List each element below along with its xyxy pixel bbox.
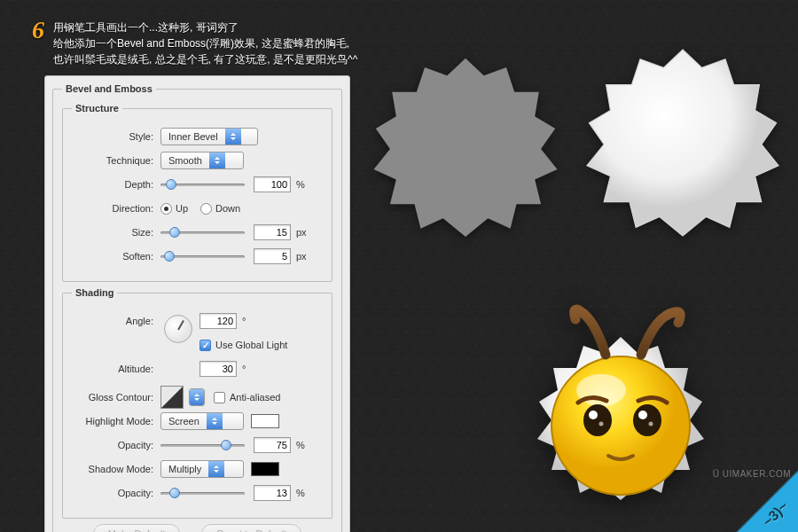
svg-marker-0 (374, 59, 558, 237)
global-light-label: Use Global Light (215, 340, 287, 350)
bee-illustration (510, 293, 732, 514)
direction-label: Direction: (72, 203, 160, 214)
soften-unit: px (296, 251, 307, 262)
svg-point-7 (599, 422, 604, 426)
svg-marker-1 (587, 50, 778, 236)
depth-input[interactable] (254, 176, 291, 192)
size-label: Size: (72, 227, 160, 238)
technique-label: Technique: (72, 155, 160, 166)
direction-up-radio[interactable] (160, 203, 172, 215)
direction-down-radio[interactable] (200, 203, 212, 215)
angle-label: Angle: (72, 316, 160, 326)
step-number: 6 (32, 16, 44, 44)
direction-up-label: Up (176, 203, 188, 214)
highlight-mode-select[interactable]: Screen (160, 412, 244, 430)
depth-slider[interactable] (160, 178, 245, 191)
panel-title: Bevel and Emboss (62, 83, 156, 94)
direction-down-label: Down (215, 203, 240, 214)
technique-select[interactable]: Smooth (160, 152, 244, 169)
soften-label: Soften: (72, 251, 160, 262)
svg-point-3 (552, 356, 690, 495)
svg-point-10 (649, 422, 653, 426)
depth-label: Depth: (72, 179, 160, 190)
bevel-emboss-panel: Bevel and Emboss Structure Style: Inner … (44, 75, 350, 532)
structure-legend: Structure (72, 103, 122, 113)
shadow-opacity-label: Opacity: (72, 488, 160, 498)
dropdown-arrows-icon (190, 389, 204, 405)
panel-main-fieldset: Bevel and Emboss Structure Style: Inner … (52, 83, 342, 532)
shading-legend: Shading (72, 287, 117, 298)
highlight-mode-label: Highlight Mode: (72, 416, 160, 426)
highlight-mode-value: Screen (161, 416, 207, 426)
size-unit: px (296, 227, 307, 238)
svg-point-5 (583, 404, 612, 436)
shadow-opacity-input[interactable] (254, 485, 291, 501)
depth-unit: % (296, 179, 305, 190)
style-select[interactable]: Inner Bevel (160, 128, 258, 145)
svg-point-8 (633, 404, 661, 436)
highlight-opacity-unit: % (296, 440, 305, 450)
antialiased-label: Anti-aliased (230, 392, 280, 403)
gloss-contour-dropdown[interactable] (189, 388, 205, 406)
gloss-contour-picker[interactable] (160, 386, 184, 409)
shadow-color-swatch[interactable] (251, 462, 279, 476)
highlight-opacity-slider[interactable] (160, 439, 245, 451)
step-line-1: 用钢笔工具画出一个...这种形, 哥词穷了 (53, 20, 357, 35)
svg-point-9 (638, 411, 647, 419)
starburst-grey (364, 53, 567, 257)
shadow-mode-value: Multiply (161, 464, 208, 474)
gloss-contour-label: Gloss Contour: (72, 392, 160, 403)
structure-fieldset: Structure Style: Inner Bevel Technique: … (62, 103, 332, 282)
style-value: Inner Bevel (161, 131, 225, 142)
shadow-mode-label: Shadow Mode: (72, 464, 160, 474)
style-label: Style: (72, 131, 160, 142)
dropdown-arrows-icon (209, 153, 225, 168)
technique-value: Smooth (161, 155, 209, 166)
dropdown-arrows-icon (208, 461, 224, 477)
antialiased-checkbox[interactable] (214, 392, 225, 403)
angle-dial[interactable] (164, 315, 192, 343)
shading-fieldset: Shading Angle: ° Use Global Light Altitu… (62, 287, 332, 519)
highlight-opacity-label: Opacity: (72, 440, 160, 450)
altitude-unit: ° (242, 364, 246, 374)
size-slider[interactable] (160, 226, 245, 239)
corner-text: ~3)~ (760, 498, 792, 530)
global-light-checkbox[interactable] (200, 340, 211, 351)
angle-input[interactable] (200, 313, 237, 329)
shadow-opacity-unit: % (296, 488, 305, 498)
make-default-button[interactable]: Make Default (93, 524, 181, 532)
highlight-color-swatch[interactable] (251, 414, 279, 428)
altitude-input[interactable] (200, 361, 237, 377)
soften-slider[interactable] (160, 250, 245, 262)
corner-badge: ~3)~ (726, 460, 798, 532)
svg-point-6 (589, 411, 598, 419)
step-description: 用钢笔工具画出一个...这种形, 哥词穷了 给他添加一个Bevel and Em… (53, 20, 357, 67)
shadow-mode-select[interactable]: Multiply (160, 460, 244, 478)
highlight-opacity-input[interactable] (254, 437, 291, 453)
angle-unit: ° (242, 316, 246, 326)
dropdown-arrows-icon (207, 413, 223, 429)
soften-input[interactable] (254, 248, 291, 264)
dropdown-arrows-icon (225, 129, 241, 145)
altitude-label: Altitude: (72, 364, 160, 374)
size-input[interactable] (254, 224, 291, 240)
shadow-opacity-slider[interactable] (160, 487, 245, 499)
step-line-3: 也许叫鬃毛或是绒毛, 总之是个毛, 有了这玩意, 是不是更阳光鸟^^ (53, 51, 357, 67)
starburst-white (576, 44, 789, 257)
reset-default-button[interactable]: Reset to Default (201, 524, 301, 532)
step-line-2: 给他添加一个Bevel and Emboss(浮雕)效果, 这是蜜蜂君的胸毛, (53, 35, 357, 51)
